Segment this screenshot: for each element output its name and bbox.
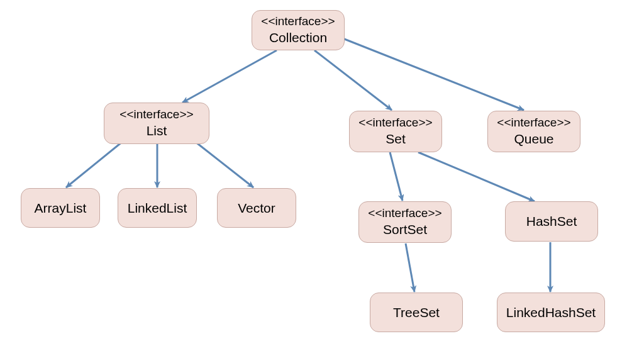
node-name: Queue [514,130,553,147]
node-name: LinkedHashSet [506,304,596,321]
edge-collection-queue [343,38,524,110]
node-stereotype: <<interface>> [358,116,432,130]
node-stereotype: <<interface>> [261,14,335,29]
node-list: <<interface>> List [104,103,209,144]
node-name: TreeSet [393,304,440,321]
edge-collection-list [182,50,277,103]
node-hashset: HashSet [505,201,598,242]
node-collection: <<interface>> Collection [252,10,345,50]
edge-collection-set [314,50,392,110]
node-name: List [147,122,167,139]
node-linkedhashset: LinkedHashSet [497,293,605,332]
node-name: LinkedList [128,199,187,216]
edge-set-hashset [418,152,535,201]
node-name: Collection [269,29,327,46]
node-queue: <<interface>> Queue [487,111,580,152]
node-vector: Vector [217,188,296,228]
node-sortset: <<interface>> SortSet [358,201,452,243]
edge-sortset-treeset [406,243,414,292]
node-stereotype: <<interface>> [368,206,441,221]
node-arraylist: ArrayList [21,188,100,228]
node-treeset: TreeSet [370,293,463,332]
node-name: HashSet [526,213,577,230]
node-name: ArrayList [35,199,87,216]
node-set: <<interface>> Set [349,111,442,152]
edge-list-arraylist [66,142,123,187]
edge-list-vector [195,142,253,187]
node-name: Vector [238,199,275,216]
node-stereotype: <<interface>> [497,116,570,130]
node-name: SortSet [383,221,427,238]
node-linkedlist: LinkedList [118,188,197,228]
node-name: Set [386,130,406,147]
edge-set-sortset [390,152,402,201]
node-stereotype: <<interface>> [119,108,193,122]
